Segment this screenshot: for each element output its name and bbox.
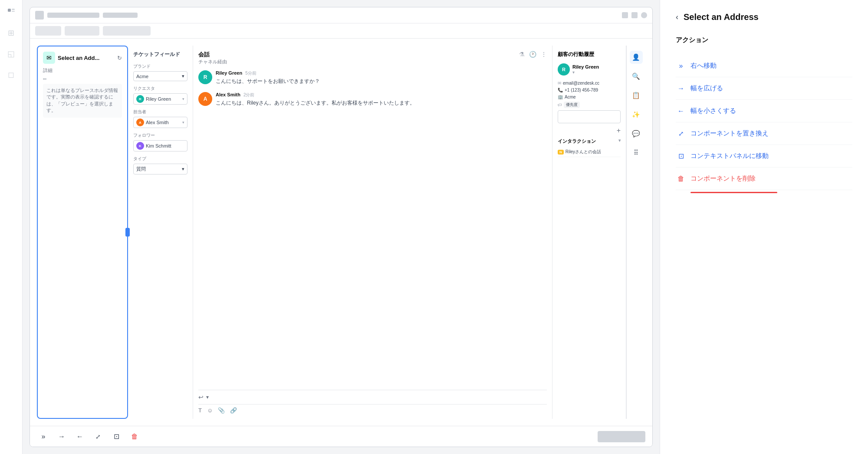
- action-shrink-icon: ←: [676, 107, 686, 115]
- right-icon-list[interactable]: 📋: [630, 89, 643, 102]
- widget-panel[interactable]: ✉ Select an Add... ↻ 詳細 ✏ これは単なるプレースホルダ情…: [37, 46, 128, 419]
- actions-panel: ‹ Select an Address アクション » 右へ移動 → 幅を広げる…: [660, 0, 868, 454]
- format-text-icon[interactable]: T: [198, 407, 202, 414]
- customer-company: Acme: [565, 95, 576, 99]
- customer-expand-icon[interactable]: ▾: [572, 70, 575, 75]
- submit-button[interactable]: [598, 431, 645, 442]
- conv-header: 会話 チャネル経由 ⚗ 🕐 ⋮: [198, 51, 547, 65]
- right-icon-chat[interactable]: 💬: [630, 127, 643, 140]
- interaction-badge: N: [558, 150, 564, 155]
- sender-line-1: Riley Green 5分前: [216, 70, 320, 76]
- format-emoji-icon[interactable]: ☺: [207, 407, 213, 414]
- action-context-icon: ⊡: [676, 152, 686, 160]
- expand-btn[interactable]: →: [55, 430, 68, 443]
- ticket-fields-panel: チケットフィールド ブランド Acme ▾ リクエスタ R Riley Gree…: [128, 46, 193, 419]
- right-icons-strip: 👤 🔍 📋 ✨ 💬 ⠿: [626, 46, 645, 419]
- email-icon: ✉: [558, 81, 561, 86]
- svg-rect-1: [12, 9, 15, 10]
- brand-dropdown[interactable]: Acme ▾: [133, 71, 187, 81]
- reply-chevron[interactable]: ▾: [206, 394, 209, 400]
- follower-chip[interactable]: K Kim Schmitt: [133, 140, 187, 151]
- sidebar-icon-2[interactable]: ◱: [4, 47, 18, 61]
- requester-chevron: ▾: [182, 97, 184, 101]
- formatting-bar: T ☺ 📎 🔗: [198, 404, 547, 414]
- toolbar-sq-2: [631, 12, 638, 18]
- action-context-label: コンテキストパネルに移動: [690, 152, 769, 160]
- sub-btn-2[interactable]: [65, 26, 99, 36]
- ticket-panel-title: チケットフィールド: [133, 51, 187, 58]
- right-icon-search[interactable]: 🔍: [630, 70, 643, 83]
- refresh-icon[interactable]: ↻: [117, 55, 122, 61]
- filter-icon[interactable]: ⚗: [519, 51, 525, 58]
- sender-line-2: Alex Smith 2分前: [216, 92, 415, 98]
- clock-icon[interactable]: 🕐: [529, 51, 536, 58]
- customer-header: R Riley Green ▾: [558, 63, 621, 76]
- sub-btn-3[interactable]: [103, 26, 151, 36]
- customer-panel: 顧客の行動履歴 R Riley Green ▾ ✉ email@zendesk.…: [552, 46, 626, 419]
- customer-tag-row: 🏷 優先度: [558, 102, 621, 108]
- customer-panel-title: 顧客の行動履歴: [558, 51, 621, 58]
- requester-chip[interactable]: R Riley Green ▾: [133, 93, 187, 105]
- canvas-wrapper: ✉ Select an Add... ↻ 詳細 ✏ これは単なるプレースホルダ情…: [30, 7, 653, 447]
- company-icon: 🏢: [558, 95, 563, 99]
- reply-icon[interactable]: ↩: [198, 394, 204, 401]
- edit-icon[interactable]: ✏: [43, 76, 122, 82]
- format-link-icon[interactable]: 🔗: [230, 407, 237, 414]
- action-move-right-label: 右へ移動: [690, 62, 717, 70]
- delete-btn[interactable]: 🗑: [128, 430, 141, 443]
- toolbar-circle: [641, 12, 647, 18]
- message-avatar-2: A: [198, 92, 212, 106]
- right-icon-ai[interactable]: ✨: [630, 108, 643, 121]
- resize-handle[interactable]: [125, 228, 130, 237]
- interaction-item-1[interactable]: N Rileyさんとの会話: [558, 147, 621, 157]
- replace-btn[interactable]: ⤢: [92, 430, 105, 443]
- action-move-right[interactable]: » 右へ移動: [676, 55, 852, 77]
- more-icon[interactable]: ⋮: [541, 51, 547, 58]
- sender-name-1: Riley Green: [216, 70, 242, 76]
- follower-avatar: K: [136, 142, 144, 150]
- type-chevron: ▾: [182, 166, 184, 172]
- canvas-body: ✉ Select an Add... ↻ 詳細 ✏ これは単なるプレースホルダ情…: [30, 39, 652, 426]
- sidebar-icon-3[interactable]: ◻: [4, 68, 18, 82]
- message-content-1: Riley Green 5分前 こんにちは、サポートをお願いできますか？: [216, 70, 320, 85]
- customer-phone-row: 📞 +1 (123) 456-789: [558, 88, 621, 92]
- right-icon-grid[interactable]: ⠿: [630, 146, 643, 159]
- message-list: R Riley Green 5分前 こんにちは、サポートをお願いできますか？ A: [198, 70, 547, 386]
- back-header: ‹ Select an Address: [676, 12, 852, 22]
- shrink-btn[interactable]: ←: [73, 430, 86, 443]
- sender-name-2: Alex Smith: [216, 92, 240, 97]
- customer-avatar: R: [558, 63, 570, 76]
- priority-badge: 優先度: [564, 102, 580, 108]
- widget-header: ✉ Select an Add... ↻: [43, 52, 122, 64]
- type-dropdown[interactable]: 質問 ▾: [133, 164, 187, 174]
- bottom-toolbar: » → ← ⤢ ⊡ 🗑: [30, 426, 652, 447]
- sidebar-logo[interactable]: [4, 5, 18, 19]
- brand-label: ブランド: [133, 63, 187, 69]
- customer-email: email@zendesk.cc: [563, 81, 599, 86]
- customer-notes-input[interactable]: [558, 110, 621, 123]
- left-sidebar: ⊞ ◱ ◻: [0, 0, 23, 454]
- customer-phone: +1 (123) 456-789: [565, 88, 598, 92]
- message-text-2: こんにちは、Rileyさん。ありがとうございます。私がお客様をサポートいたします…: [216, 99, 415, 107]
- svg-rect-0: [8, 9, 11, 12]
- context-btn[interactable]: ⊡: [110, 430, 123, 443]
- interaction-chevron[interactable]: ▾: [618, 138, 621, 145]
- action-shrink[interactable]: ← 幅を小さくする: [676, 100, 852, 122]
- sidebar-icon-1[interactable]: ⊞: [4, 26, 18, 40]
- sub-btn-1[interactable]: [35, 26, 61, 36]
- format-attach-icon[interactable]: 📎: [218, 407, 225, 414]
- right-icon-user[interactable]: 👤: [630, 51, 643, 64]
- add-note-button[interactable]: +: [617, 127, 621, 135]
- assignee-chip[interactable]: A Alex Smith ▾: [133, 117, 187, 128]
- action-context[interactable]: ⊡ コンテキストパネルに移動: [676, 145, 852, 168]
- requester-avatar: R: [136, 95, 144, 103]
- action-replace-icon: ⤢: [676, 130, 686, 138]
- sender-time-1: 5分前: [245, 71, 256, 76]
- move-right-btn[interactable]: »: [37, 430, 50, 443]
- action-replace[interactable]: ⤢ コンポーネントを置き換え: [676, 122, 852, 145]
- follower-label: フォロワー: [133, 132, 187, 138]
- delete-underline: [690, 192, 777, 193]
- action-expand[interactable]: → 幅を広げる: [676, 77, 852, 100]
- action-delete[interactable]: 🗑 コンポーネントを削除: [676, 168, 852, 190]
- back-icon[interactable]: ‹: [676, 13, 678, 22]
